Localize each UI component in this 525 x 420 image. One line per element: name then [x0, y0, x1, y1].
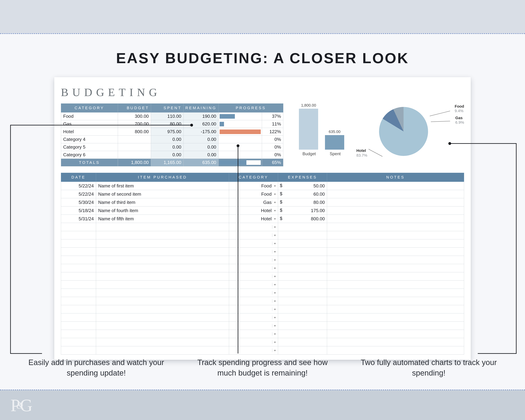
cell-expense[interactable] [278, 231, 327, 239]
cell-date[interactable] [61, 322, 96, 330]
cell-date[interactable] [61, 256, 96, 264]
cell-expense[interactable] [278, 305, 327, 313]
cell-category-select[interactable]: ▾ [229, 313, 278, 322]
chevron-down-icon[interactable]: ▾ [272, 266, 277, 270]
cell-date[interactable]: 5/22/24 [61, 190, 96, 198]
chevron-down-icon[interactable]: ▾ [272, 242, 277, 245]
cell-category[interactable]: Category 4 [61, 136, 118, 143]
cell-category-select[interactable]: Hotel▾ [229, 215, 278, 223]
cell-notes[interactable] [327, 206, 464, 215]
cell-item[interactable] [96, 338, 229, 346]
cell-notes[interactable] [327, 198, 464, 206]
cell-date[interactable] [61, 305, 96, 313]
chevron-down-icon[interactable]: ▾ [272, 283, 277, 287]
cell-item[interactable]: Name of fifth item [96, 215, 229, 223]
cell-notes[interactable] [327, 190, 464, 198]
cell-notes[interactable] [327, 330, 464, 338]
cell-date[interactable] [61, 280, 96, 289]
cell-date[interactable] [61, 313, 96, 322]
cell-notes[interactable] [327, 322, 464, 330]
chevron-down-icon[interactable]: ▾ [272, 324, 277, 328]
cell-budget[interactable] [118, 151, 151, 159]
cell-item[interactable] [96, 330, 229, 338]
cell-expense[interactable] [278, 338, 327, 346]
cell-notes[interactable] [327, 182, 464, 190]
cell-notes[interactable] [327, 338, 464, 346]
cell-date[interactable] [61, 248, 96, 256]
cell-item[interactable]: Name of fourth item [96, 206, 229, 215]
cell-notes[interactable] [327, 346, 464, 355]
chevron-down-icon[interactable]: ▾ [272, 348, 277, 352]
cell-date[interactable] [61, 330, 96, 338]
cell-date[interactable]: 5/30/24 [61, 198, 96, 206]
cell-expense[interactable] [278, 264, 327, 272]
cell-category-select[interactable]: ▾ [229, 346, 278, 355]
cell-notes[interactable] [327, 215, 464, 223]
cell-expense[interactable]: $50.00 [278, 182, 327, 190]
cell-notes[interactable] [327, 289, 464, 297]
cell-date[interactable] [61, 346, 96, 355]
cell-expense[interactable] [278, 280, 327, 289]
cell-notes[interactable] [327, 313, 464, 322]
cell-item[interactable]: Name of first item [96, 182, 229, 190]
cell-notes[interactable] [327, 272, 464, 280]
cell-item[interactable] [96, 264, 229, 272]
cell-item[interactable] [96, 256, 229, 264]
cell-category[interactable]: Hotel [61, 128, 118, 136]
cell-expense[interactable] [278, 289, 327, 297]
chevron-down-icon[interactable]: ▾ [272, 291, 277, 295]
cell-expense[interactable] [278, 322, 327, 330]
cell-category-select[interactable]: ▾ [229, 264, 278, 272]
cell-item[interactable] [96, 322, 229, 330]
cell-category[interactable]: Food [61, 112, 118, 120]
cell-category-select[interactable]: ▾ [229, 248, 278, 256]
cell-category-select[interactable]: ▾ [229, 305, 278, 313]
cell-expense[interactable]: $175.00 [278, 206, 327, 215]
cell-category-select[interactable]: ▾ [229, 330, 278, 338]
cell-item[interactable] [96, 248, 229, 256]
cell-category-select[interactable]: ▾ [229, 256, 278, 264]
cell-expense[interactable] [278, 272, 327, 280]
cell-item[interactable] [96, 313, 229, 322]
cell-item[interactable] [96, 297, 229, 305]
chevron-down-icon[interactable]: ▾ [272, 233, 277, 237]
cell-item[interactable] [96, 231, 229, 239]
cell-date[interactable]: 5/18/24 [61, 206, 96, 215]
cell-expense[interactable] [278, 223, 327, 231]
cell-budget[interactable]: 300.00 [118, 112, 151, 120]
chevron-down-icon[interactable]: ▾ [272, 307, 277, 311]
cell-item[interactable] [96, 289, 229, 297]
chevron-down-icon[interactable]: ▾ [272, 192, 277, 196]
cell-notes[interactable] [327, 239, 464, 248]
cell-expense[interactable] [278, 330, 327, 338]
cell-notes[interactable] [327, 248, 464, 256]
chevron-down-icon[interactable]: ▾ [272, 209, 277, 213]
cell-notes[interactable] [327, 305, 464, 313]
cell-date[interactable] [61, 239, 96, 248]
cell-date[interactable] [61, 338, 96, 346]
cell-notes[interactable] [327, 297, 464, 305]
chevron-down-icon[interactable]: ▾ [272, 332, 277, 336]
cell-date[interactable]: 5/31/24 [61, 215, 96, 223]
cell-item[interactable]: Name of second item [96, 190, 229, 198]
chevron-down-icon[interactable]: ▾ [272, 225, 277, 229]
cell-budget[interactable] [118, 136, 151, 143]
cell-budget[interactable]: 800.00 [118, 128, 151, 136]
cell-expense[interactable] [278, 313, 327, 322]
cell-date[interactable] [61, 264, 96, 272]
cell-category[interactable]: Category 6 [61, 151, 118, 159]
cell-item[interactable]: Name of third item [96, 198, 229, 206]
cell-category-select[interactable]: ▾ [229, 223, 278, 231]
chevron-down-icon[interactable]: ▾ [272, 250, 277, 253]
chevron-down-icon[interactable]: ▾ [272, 316, 277, 319]
cell-date[interactable] [61, 231, 96, 239]
cell-expense[interactable]: $60.00 [278, 190, 327, 198]
chevron-down-icon[interactable]: ▾ [272, 274, 277, 278]
cell-date[interactable]: 5/22/24 [61, 182, 96, 190]
cell-expense[interactable] [278, 256, 327, 264]
cell-item[interactable] [96, 305, 229, 313]
cell-date[interactable] [61, 272, 96, 280]
cell-expense[interactable] [278, 248, 327, 256]
cell-notes[interactable] [327, 256, 464, 264]
cell-notes[interactable] [327, 264, 464, 272]
